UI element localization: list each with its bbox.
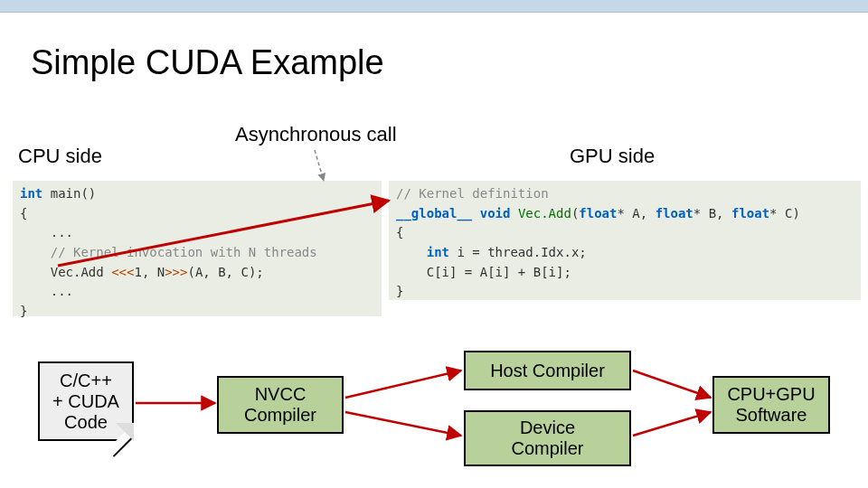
cpu-code-block: int main() { ... // Kernel invocation wi…: [13, 181, 382, 316]
cpu-side-label: CPU side: [18, 145, 102, 168]
nvcc-label: NVCC Compiler: [244, 384, 316, 426]
source-code-node: C/C++ + CUDA Code: [38, 361, 134, 441]
output-node: CPU+GPU Software: [712, 376, 830, 434]
async-call-label: Asynchronous call: [235, 123, 397, 146]
slide-title: Simple CUDA Example: [31, 43, 384, 82]
svg-line-3: [345, 371, 461, 398]
source-code-label: C/C++ + CUDA Code: [52, 371, 119, 433]
svg-line-4: [345, 412, 461, 436]
gpu-code-block: // Kernel definition __global__ void Vec…: [389, 181, 861, 300]
slide-topbar: [0, 0, 868, 13]
device-compiler-node: Device Compiler: [464, 410, 631, 466]
svg-line-5: [633, 371, 711, 398]
svg-line-0: [315, 150, 324, 181]
host-compiler-node: Host Compiler: [464, 351, 631, 390]
device-label: Device Compiler: [511, 418, 583, 459]
svg-line-6: [633, 412, 711, 436]
gpu-side-label: GPU side: [570, 145, 655, 168]
output-label: CPU+GPU Software: [727, 384, 815, 426]
nvcc-node: NVCC Compiler: [217, 376, 344, 434]
host-label: Host Compiler: [490, 361, 605, 381]
